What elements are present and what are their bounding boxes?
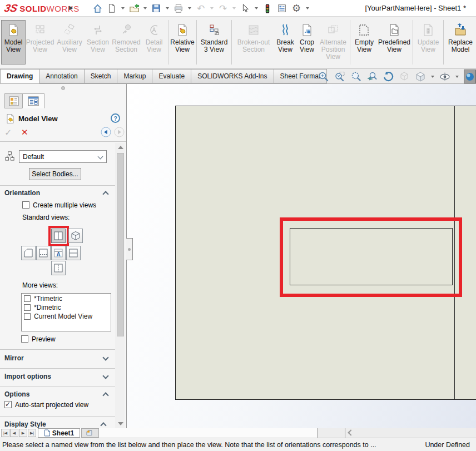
- panel-collapse-tab[interactable]: [126, 238, 133, 260]
- expand-icon[interactable]: [102, 373, 108, 379]
- list-item-trimetric[interactable]: *Trimetric: [24, 294, 111, 303]
- first-sheet-button[interactable]: |◀: [1, 429, 9, 437]
- import-options-header[interactable]: Import options: [4, 373, 51, 380]
- pm-scrollbar-thumb[interactable]: [117, 153, 124, 336]
- view-orientation-dropdown-icon[interactable]: [430, 71, 435, 83]
- tab-annotation[interactable]: Annotation: [39, 69, 84, 83]
- property-manager-tab[interactable]: [22, 93, 44, 108]
- print-dropdown-icon[interactable]: [186, 2, 194, 15]
- predefined-view-button[interactable]: Predefined View: [377, 20, 411, 65]
- zoom-to-fit-icon[interactable]: [317, 71, 330, 83]
- alternate-position-view-label: Alternate Position View: [320, 39, 346, 61]
- create-multiple-views-label: Create multiple views: [33, 201, 96, 209]
- preview-checkbox[interactable]: [21, 335, 28, 343]
- auto-start-projected-view-checkbox[interactable]: [4, 401, 12, 408]
- previous-view-icon[interactable]: [365, 71, 379, 83]
- configuration-select[interactable]: Default: [19, 150, 107, 163]
- select-cursor-icon[interactable]: [238, 2, 252, 15]
- open-dropdown-icon[interactable]: [141, 2, 149, 15]
- redo-icon: ↷: [216, 2, 230, 15]
- cancel-icon[interactable]: ✕: [21, 127, 28, 137]
- rotate-view-icon[interactable]: [381, 71, 395, 83]
- trimetric-checkbox[interactable]: [24, 295, 31, 302]
- orientation-header[interactable]: Orientation: [4, 189, 40, 197]
- relative-view-button[interactable]: Relative View: [170, 20, 195, 65]
- display-style-header[interactable]: Display Style: [4, 420, 46, 428]
- break-view-button[interactable]: Break View: [274, 20, 296, 65]
- more-views-listbox[interactable]: *Trimetric *Dimetric Current Model View: [21, 293, 111, 331]
- options-gear-icon[interactable]: ⚙: [289, 2, 304, 15]
- add-sheet-icon: [86, 429, 94, 437]
- save-dropdown-icon[interactable]: [163, 2, 171, 15]
- pm-scrollbar[interactable]: [116, 143, 125, 428]
- display-style-dropdown-icon[interactable]: [454, 71, 460, 83]
- last-sheet-button[interactable]: ▶|: [28, 429, 36, 437]
- collapse-icon[interactable]: [100, 422, 106, 428]
- tab-sketch[interactable]: Sketch: [85, 69, 118, 83]
- current-model-view-checkbox[interactable]: [24, 313, 31, 320]
- scroll-up-icon[interactable]: [118, 146, 123, 149]
- previous-sheet-button[interactable]: ◀: [10, 429, 18, 437]
- model-view-button[interactable]: Model View: [1, 20, 26, 65]
- panel-splitter-handle[interactable]: [61, 86, 65, 90]
- open-icon[interactable]: [127, 2, 141, 15]
- help-icon[interactable]: ?: [111, 113, 120, 123]
- next-sheet-button[interactable]: ▶: [19, 429, 27, 437]
- performance-traffic-light-icon[interactable]: [260, 2, 275, 15]
- back-view-icon: [38, 248, 48, 258]
- list-item-current-model-view[interactable]: Current Model View: [24, 312, 111, 320]
- scroll-down-icon[interactable]: [118, 422, 123, 425]
- new-document-icon[interactable]: [105, 2, 119, 15]
- detail-view-label: Detail View: [146, 39, 163, 53]
- task-pane-list-icon[interactable]: [275, 2, 289, 15]
- options-header[interactable]: Options: [4, 390, 29, 398]
- scroll-left-icon[interactable]: [348, 429, 354, 435]
- solidworks-window: 3S SOLID WORKS ▶ ↶: [0, 0, 476, 451]
- left-view-button[interactable]: [21, 246, 36, 260]
- front-annotation-view-button[interactable]: A: [51, 246, 66, 260]
- select-bodies-button[interactable]: Select Bodies...: [29, 168, 81, 180]
- home-icon[interactable]: [90, 2, 105, 15]
- removed-section-button: Removed Section: [111, 20, 141, 65]
- sheet1-tab[interactable]: Sheet1: [38, 428, 80, 438]
- graphics-area[interactable]: [127, 84, 476, 428]
- dimetric-checkbox[interactable]: [24, 304, 31, 311]
- right-view-button[interactable]: [51, 261, 66, 275]
- collapse-icon[interactable]: [102, 191, 108, 197]
- list-item-dimetric[interactable]: *Dimetric: [24, 303, 111, 311]
- tab-markup[interactable]: Markup: [117, 69, 152, 83]
- isometric-view-button[interactable]: [68, 229, 83, 243]
- ribbon-divider: [443, 20, 444, 65]
- collapse-icon[interactable]: [102, 392, 108, 398]
- standard-3-view-button[interactable]: Standard 3 View: [198, 20, 230, 65]
- menu-expander-icon[interactable]: ▶: [69, 4, 73, 11]
- top-view-button[interactable]: [66, 246, 81, 260]
- zoom-to-area-icon[interactable]: [333, 71, 346, 83]
- add-sheet-tab[interactable]: [81, 428, 99, 438]
- tab-solidworks-add-ins[interactable]: SOLIDWORKS Add-Ins: [191, 69, 274, 83]
- tab-evaluate[interactable]: Evaluate: [152, 69, 191, 83]
- expand-icon[interactable]: [102, 354, 108, 360]
- feature-manager-tab[interactable]: [4, 93, 23, 108]
- sheet1-tab-label: Sheet1: [52, 429, 74, 437]
- create-multiple-views-checkbox[interactable]: [22, 201, 29, 209]
- save-icon[interactable]: [149, 2, 163, 15]
- options-dropdown-icon[interactable]: [304, 2, 311, 15]
- projected-view-icon: [34, 23, 46, 37]
- select-dropdown-icon[interactable]: [252, 2, 260, 15]
- mirror-header[interactable]: Mirror: [4, 354, 24, 362]
- view-orientation-cube-icon[interactable]: [414, 71, 427, 83]
- apply-scene-button[interactable]: [464, 70, 476, 83]
- back-view-button[interactable]: [36, 246, 51, 260]
- new-document-dropdown-icon[interactable]: [119, 2, 127, 15]
- empty-view-button[interactable]: Empty View: [351, 20, 377, 65]
- print-icon[interactable]: [171, 2, 186, 15]
- crop-view-button[interactable]: Crop View: [296, 20, 318, 65]
- replace-model-button[interactable]: Replace Model: [445, 20, 476, 65]
- zoom-in-out-icon[interactable]: [349, 71, 363, 83]
- tab-drawing[interactable]: Drawing: [0, 69, 39, 83]
- front-view-button[interactable]: [51, 229, 66, 243]
- alternate-position-view-button: Alternate Position View: [318, 20, 349, 65]
- back-arrow-icon[interactable]: [101, 127, 111, 137]
- display-style-eye-icon[interactable]: [438, 71, 452, 83]
